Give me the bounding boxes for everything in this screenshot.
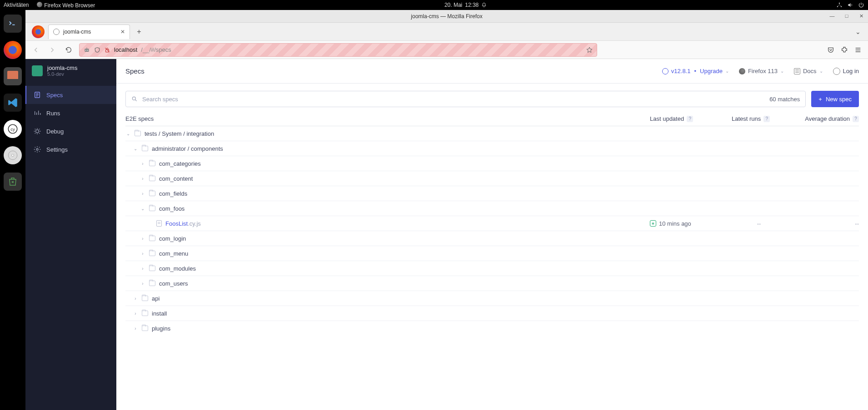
chevron-right-icon: › xyxy=(133,326,138,331)
tree-folder[interactable]: ›com_content xyxy=(125,171,859,186)
insecure-lock-icon[interactable] xyxy=(104,46,110,54)
tree-folder[interactable]: ›install xyxy=(125,306,859,321)
col-runs: Latest runs? xyxy=(732,115,786,122)
tree-folder[interactable]: ›api xyxy=(125,291,859,306)
folder-icon xyxy=(142,326,148,331)
bookmark-star-icon[interactable] xyxy=(586,46,593,54)
dock-files[interactable] xyxy=(4,67,22,85)
tree-folder[interactable]: ›com_fields xyxy=(125,186,859,201)
browser-tab[interactable]: joomla-cms ✕ xyxy=(48,25,130,39)
sidebar-item-settings[interactable]: Settings xyxy=(25,140,116,158)
help-icon[interactable]: ? xyxy=(763,116,770,122)
sidebar-item-runs[interactable]: Runs xyxy=(25,104,116,122)
folder-icon xyxy=(149,191,155,196)
topbar-app[interactable]: Firefox Web Browser xyxy=(37,2,95,9)
sidebar-item-debug[interactable]: Debug xyxy=(25,122,116,140)
dock-cypress[interactable]: cy xyxy=(4,120,22,138)
chevron-down-icon: ⌄ xyxy=(819,69,823,74)
tree-folder[interactable]: ›com_login xyxy=(125,231,859,246)
browser-selector[interactable]: Firefox 113 ⌄ xyxy=(739,68,784,74)
volume-icon[interactable] xyxy=(847,2,853,8)
gnome-topbar: Aktivitäten Firefox Web Browser 20. Mai … xyxy=(0,0,868,10)
gnome-dock: cy xyxy=(0,10,25,410)
svg-point-8 xyxy=(85,49,86,50)
runs-icon xyxy=(34,109,41,117)
last-updated: 10 mins ago xyxy=(659,220,691,227)
pocket-icon[interactable] xyxy=(827,46,834,54)
extensions-icon[interactable] xyxy=(841,46,848,54)
new-spec-button[interactable]: + New spec xyxy=(811,91,859,107)
login-button[interactable]: Log in xyxy=(833,68,859,75)
network-icon[interactable] xyxy=(836,2,843,8)
folder-icon xyxy=(149,236,155,241)
help-icon[interactable]: ? xyxy=(687,116,693,122)
power-icon[interactable] xyxy=(858,2,864,8)
tree-folder[interactable]: ⌄tests / System / integration xyxy=(125,126,859,141)
chevron-down-icon: ⌄ xyxy=(140,206,145,211)
forward-button[interactable] xyxy=(46,44,58,56)
tree-folder[interactable]: ›com_users xyxy=(125,276,859,291)
app-menu-icon[interactable] xyxy=(854,46,862,54)
sidebar-item-specs[interactable]: Specs xyxy=(25,86,116,104)
tab-strip: joomla-cms ✕ + ⌄ xyxy=(25,23,868,41)
firefox-window: joomla-cms — Mozilla Firefox — □ ✕ jooml… xyxy=(25,10,868,410)
project-name: joomla-cms xyxy=(47,64,77,71)
gear-icon xyxy=(34,146,41,153)
docs-button[interactable]: Docs ⌄ xyxy=(794,68,823,74)
dock-firefox[interactable] xyxy=(4,41,22,59)
tree-folder[interactable]: ›plugins xyxy=(125,321,859,336)
tree-folder[interactable]: ⌄administrator / components xyxy=(125,141,859,156)
dock-terminal[interactable] xyxy=(4,15,22,33)
folder-icon xyxy=(149,266,155,271)
help-icon[interactable]: ? xyxy=(853,116,859,122)
upgrade-link: Upgrade xyxy=(700,68,723,74)
window-close[interactable]: ✕ xyxy=(857,13,865,19)
activities-button[interactable]: Aktivitäten xyxy=(4,2,29,8)
added-icon: + xyxy=(650,220,656,227)
back-button[interactable] xyxy=(30,44,42,56)
plus-icon: + xyxy=(818,96,822,103)
tab-close-icon[interactable]: ✕ xyxy=(120,29,125,35)
window-title: joomla-cms — Mozilla Firefox xyxy=(411,13,482,20)
project-header[interactable]: joomla-cms 5.0-dev xyxy=(25,59,116,82)
tree-folder[interactable]: ⌄com_foos xyxy=(125,201,859,216)
sidebar-label: Debug xyxy=(46,128,64,135)
window-maximize[interactable]: □ xyxy=(843,13,851,19)
new-tab-button[interactable]: + xyxy=(133,25,145,38)
tabs-dropdown-icon[interactable]: ⌄ xyxy=(851,28,865,35)
tree-folder[interactable]: ›com_menu xyxy=(125,246,859,261)
project-version: 5.0-dev xyxy=(47,71,77,77)
chevron-down-icon: ⌄ xyxy=(780,69,784,74)
user-icon xyxy=(833,68,840,75)
chevron-right-icon: › xyxy=(140,161,145,166)
window-minimize[interactable]: — xyxy=(828,13,836,19)
col-duration: Average duration? xyxy=(786,115,859,122)
version-button[interactable]: v12.8.1 • Upgrade ⌄ xyxy=(662,68,729,74)
reload-button[interactable] xyxy=(63,44,75,56)
column-headers: E2E specs Last updated? Latest runs? Ave… xyxy=(116,107,868,126)
cypress-icon xyxy=(662,68,668,74)
svg-text:cy: cy xyxy=(10,127,15,132)
tree-folder[interactable]: ›com_categories xyxy=(125,156,859,171)
chevron-right-icon: › xyxy=(140,251,145,256)
cypress-app: joomla-cms 5.0-dev Specs Runs Debug xyxy=(25,59,868,410)
new-spec-label: New spec xyxy=(826,96,852,103)
notifications-icon[interactable] xyxy=(481,2,487,8)
svg-point-13 xyxy=(36,148,38,150)
dock-disc[interactable] xyxy=(4,146,22,164)
folder-icon xyxy=(149,281,155,286)
col-specs: E2E specs xyxy=(125,115,650,122)
topbar-date[interactable]: 20. Mai xyxy=(444,2,462,8)
tree-spec-file[interactable]: FoosList.cy.js +10 mins ago -- -- xyxy=(125,216,859,231)
folder-icon xyxy=(135,131,141,136)
dock-trash[interactable] xyxy=(4,173,22,191)
tab-title: joomla-cms xyxy=(63,29,91,35)
spec-tree: ⌄tests / System / integration ⌄administr… xyxy=(116,126,868,336)
url-bar[interactable]: localhost/__/#/specs xyxy=(79,43,597,57)
debug-icon xyxy=(34,128,41,135)
search-input[interactable]: Search specs 60 matches xyxy=(125,91,806,107)
dock-vscode[interactable] xyxy=(4,94,22,112)
tree-folder[interactable]: ›com_modules xyxy=(125,261,859,276)
svg-point-9 xyxy=(87,49,88,50)
tracking-shield-icon[interactable] xyxy=(94,46,100,54)
